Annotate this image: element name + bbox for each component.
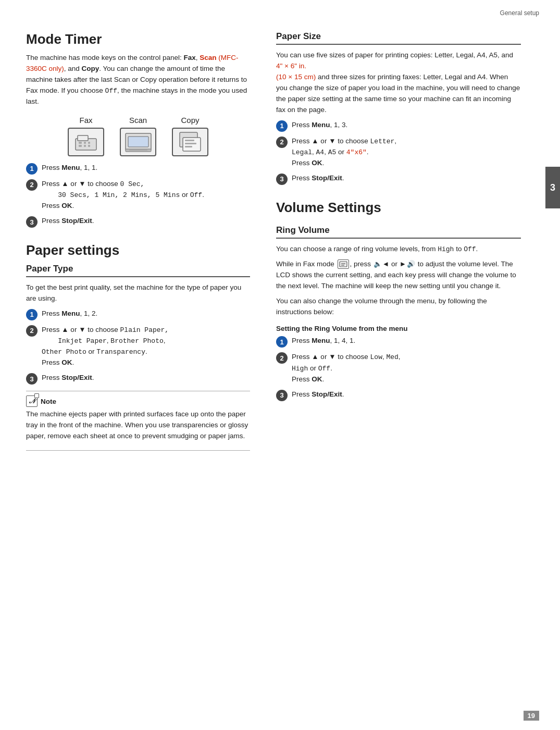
fsc-copy-icon xyxy=(172,128,208,156)
paper-size-step-num-2: 2 xyxy=(276,137,288,148)
ring-volume-step-content-1: Press Menu, 1, 4, 1. xyxy=(292,336,355,347)
svg-rect-15 xyxy=(185,143,196,144)
ring-volume-menu-subtitle: Setting the Ring Volume from the menu xyxy=(276,325,521,332)
ring-volume-step-content-2: Press ▲ or ▼ to choose Low, Med, High or… xyxy=(292,352,401,385)
fsc-copy: Copy xyxy=(172,116,208,156)
paper-size-intro: You can use five sizes of paper for prin… xyxy=(276,50,521,116)
mode-timer-title: Mode Timer xyxy=(26,31,250,47)
svg-rect-2 xyxy=(79,142,82,144)
paper-type-step-num-2: 2 xyxy=(26,325,38,337)
paper-type-subsection: Paper Type To get the best print quality… xyxy=(26,264,250,451)
paper-size-subtitle: Paper Size xyxy=(276,31,521,45)
speaker-low-icon: 🔈 xyxy=(374,259,382,269)
paper-type-step-2: 2 Press ▲ or ▼ to choose Plain Paper, In… xyxy=(26,325,250,368)
ring-volume-subtitle: Ring Volume xyxy=(276,225,521,239)
mode-timer-intro: The machine has mode keys on the control… xyxy=(26,53,250,107)
paper-settings-title: Paper settings xyxy=(26,242,250,258)
svg-rect-7 xyxy=(88,145,90,147)
paper-type-intro: To get the best print quality, set the m… xyxy=(26,282,250,304)
ring-volume-intro: You can choose a range of ring volume le… xyxy=(276,244,521,255)
step-num-3: 3 xyxy=(26,216,38,228)
note-body: The machine ejects paper with printed su… xyxy=(26,409,250,442)
paper-type-step-1: 1 Press Menu, 1, 2. xyxy=(26,308,250,320)
paper-size-step-num-1: 1 xyxy=(276,120,288,132)
svg-rect-1 xyxy=(78,135,88,141)
ring-volume-step-1: 1 Press Menu, 1, 4, 1. xyxy=(276,336,521,348)
step-num-1: 1 xyxy=(26,163,38,175)
paper-type-step-content-1: Press Menu, 1, 2. xyxy=(42,308,97,319)
step-content-1: Press Menu, 1, 1. xyxy=(42,163,97,174)
ring-volume-step-num-2: 2 xyxy=(276,352,288,364)
note-icon: 𝒩 xyxy=(26,395,38,407)
ring-volume-subsection: Ring Volume You can choose a range of ri… xyxy=(276,225,521,401)
right-column: Paper Size You can use five sizes of pap… xyxy=(266,31,521,451)
svg-rect-4 xyxy=(88,142,90,144)
volume-settings-section: Volume Settings Ring Volume You can choo… xyxy=(276,200,521,401)
svg-rect-9 xyxy=(128,137,148,147)
fsc-fax-icon xyxy=(68,128,104,156)
svg-rect-17 xyxy=(340,262,347,267)
paper-settings-section: Paper settings Paper Type To get the bes… xyxy=(26,242,250,451)
svg-rect-16 xyxy=(185,146,192,147)
step-content-3: Press Stop/Exit. xyxy=(42,216,94,227)
paper-type-step-content-3: Press Stop/Exit. xyxy=(42,373,94,383)
paper-size-step-num-3: 3 xyxy=(276,174,288,185)
fsc-fax-label: Fax xyxy=(79,116,92,125)
svg-rect-6 xyxy=(84,145,86,147)
ring-volume-step-num-3: 3 xyxy=(276,390,288,401)
fsc-scan-icon xyxy=(120,128,156,156)
fsc-scan: Scan xyxy=(120,116,156,156)
paper-size-step-2: 2 Press ▲ or ▼ to choose Letter, Legal, … xyxy=(276,136,521,169)
paper-size-step-3: 3 Press Stop/Exit. xyxy=(276,173,521,185)
ring-volume-step-content-3: Press Stop/Exit. xyxy=(292,389,344,400)
paper-type-note: 𝒩 Note The machine ejects paper with pri… xyxy=(26,391,250,451)
paper-type-step-num-1: 1 xyxy=(26,309,38,320)
paper-type-step-content-2: Press ▲ or ▼ to choose Plain Paper, Inkj… xyxy=(42,325,169,368)
ring-volume-step-num-1: 1 xyxy=(276,336,288,348)
fsc-fax: Fax xyxy=(68,116,104,156)
step-num-2: 2 xyxy=(26,179,38,191)
chapter-tab: 3 xyxy=(545,167,560,208)
paper-type-step-3: 3 Press Stop/Exit. xyxy=(26,373,250,385)
ring-volume-menu-text: You can also change the volume through t… xyxy=(276,296,521,318)
page-container: General setup 3 Mode Timer The machine h… xyxy=(0,0,560,730)
fsc-copy-label: Copy xyxy=(181,116,199,125)
ring-volume-step-3: 3 Press Stop/Exit. xyxy=(276,389,521,401)
paper-size-step-content-1: Press Menu, 1, 3. xyxy=(292,120,347,131)
paper-size-step-content-2: Press ▲ or ▼ to choose Letter, Legal, A4… xyxy=(292,136,396,169)
paper-size-subsection: Paper Size You can use five sizes of pap… xyxy=(276,31,521,185)
note-title: 𝒩 Note xyxy=(26,395,250,407)
svg-rect-14 xyxy=(185,140,194,141)
page-number: 19 xyxy=(524,711,539,721)
mode-timer-section: Mode Timer The machine has mode keys on … xyxy=(26,31,250,228)
paper-size-step-1: 1 Press Menu, 1, 3. xyxy=(276,120,521,132)
speaker-high-icon: 🔊 xyxy=(407,259,415,269)
paper-size-step-content-3: Press Stop/Exit. xyxy=(292,173,344,184)
paper-type-step-num-3: 3 xyxy=(26,373,38,385)
svg-rect-3 xyxy=(84,142,86,144)
fsc-scan-label: Scan xyxy=(129,116,147,125)
fax-mode-icon xyxy=(338,259,349,269)
volume-settings-title: Volume Settings xyxy=(276,200,521,216)
ring-volume-body: While in Fax mode , press 🔈◄ or ►🔊 to ad… xyxy=(276,259,521,292)
svg-rect-5 xyxy=(79,145,82,147)
mode-timer-step-1: 1 Press Menu, 1, 1. xyxy=(26,163,250,175)
paper-type-subtitle: Paper Type xyxy=(26,264,250,277)
left-column: Mode Timer The machine has mode keys on … xyxy=(26,31,266,451)
mode-timer-step-2: 2 Press ▲ or ▼ to choose 0 Sec, 30 Secs,… xyxy=(26,179,250,212)
page-top-label: General setup xyxy=(500,9,539,17)
mode-timer-step-3: 3 Press Stop/Exit. xyxy=(26,216,250,228)
fsc-illustration: Fax xyxy=(26,116,250,156)
step-content-2: Press ▲ or ▼ to choose 0 Sec, 30 Secs, 1… xyxy=(42,179,204,212)
ring-volume-step-2: 2 Press ▲ or ▼ to choose Low, Med, High … xyxy=(276,352,521,385)
